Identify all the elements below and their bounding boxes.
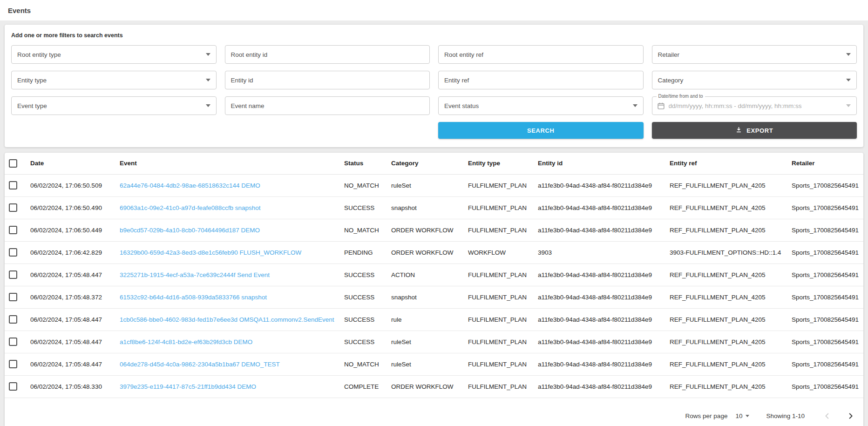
entity-ref-cell: 3903-FULFILMENT_OPTIONS::HD::1.4: [665, 241, 787, 264]
filters-grid: Root entity typeRetailerEntity typeCateg…: [11, 45, 857, 139]
table-row: 06/02/2024, 17:06:50.50962a44e76-0484-4d…: [5, 174, 863, 196]
rows-per-page-select[interactable]: 10: [735, 412, 749, 419]
date-cell: 06/02/2024, 17:05:48.447: [25, 353, 115, 375]
column-header-retailer: Retailer: [787, 153, 863, 174]
date-cell: 06/02/2024, 17:05:48.372: [25, 286, 115, 308]
entity-type-select[interactable]: Entity type: [11, 71, 217, 89]
events-table: DateEventStatusCategoryEntity typeEntity…: [5, 153, 863, 398]
entity-id-cell: a11fe3b0-94ad-4348-af84-f80211d384e9: [533, 375, 665, 398]
event-link[interactable]: 61532c92-b64d-4d16-a508-939da5833766 sna…: [115, 286, 339, 308]
entity-type-cell: FULFILMENT_PLAN: [463, 331, 533, 353]
entity-id-input[interactable]: [225, 71, 430, 89]
category-cell: ORDER WORKFLOW: [386, 219, 463, 241]
select-all-cell: [5, 153, 25, 174]
entity-type-label: Entity type: [17, 77, 47, 84]
row-checkbox[interactable]: [9, 203, 17, 212]
table-row: 06/02/2024, 17:05:48.447a1cf8be6-124f-4c…: [5, 331, 863, 353]
category-cell: ruleSet: [386, 331, 463, 353]
row-checkbox[interactable]: [9, 338, 17, 346]
entity-id-cell: a11fe3b0-94ad-4348-af84-f80211d384e9: [533, 264, 665, 286]
event-link[interactable]: 1cb0c586-bbe0-4602-983d-fed1b7e6ee3d OMS…: [115, 308, 339, 331]
event-type-label: Event type: [17, 102, 47, 109]
events-page: Events Add one or more filters to search…: [0, 0, 868, 426]
row-checkbox[interactable]: [9, 270, 17, 279]
event-status-label: Event status: [444, 102, 479, 109]
export-button-label: EXPORT: [746, 127, 773, 134]
chevron-down-icon: [846, 79, 851, 81]
table-row: 06/02/2024, 17:05:48.4473225271b-1915-4e…: [5, 264, 863, 286]
next-page-button[interactable]: [845, 410, 856, 421]
row-checkbox[interactable]: [9, 293, 17, 301]
table-row: 06/02/2024, 17:06:50.449b9e0cd57-029b-4a…: [5, 219, 863, 241]
row-checkbox[interactable]: [9, 181, 17, 189]
row-checkbox-cell: [5, 308, 25, 331]
chevron-down-icon: [206, 104, 210, 107]
category-cell: ACTION: [386, 264, 463, 286]
chevron-down-icon: [206, 53, 210, 56]
chevron-right-icon: [847, 412, 854, 419]
row-checkbox-cell: [5, 264, 25, 286]
status-cell: NO_MATCH: [339, 219, 386, 241]
status-cell: PENDING: [339, 241, 386, 264]
entity-id-cell: 3903: [533, 241, 665, 264]
event-link[interactable]: 3979e235-e119-4417-87c5-21ff1b9dd434 DEM…: [115, 375, 339, 398]
entity-type-cell: FULFILMENT_PLAN: [463, 375, 533, 398]
root-entity-ref-input[interactable]: [438, 45, 644, 64]
event-link[interactable]: 3225271b-1915-4ecf-a53a-7ce639c2444f Sen…: [115, 264, 339, 286]
entity-ref-cell: REF_FULFILLMENT_PLAN_4205: [665, 331, 787, 353]
root-entity-type-select[interactable]: Root entity type: [11, 45, 217, 64]
status-cell: SUCCESS: [339, 308, 386, 331]
row-checkbox[interactable]: [9, 248, 17, 257]
entity-ref-cell: REF_FULFILLMENT_PLAN_4205: [665, 174, 787, 196]
row-checkbox[interactable]: [9, 226, 17, 234]
status-cell: SUCCESS: [339, 264, 386, 286]
row-checkbox[interactable]: [9, 382, 17, 391]
export-button[interactable]: EXPORT: [652, 122, 857, 139]
root-entity-id-input[interactable]: [225, 45, 430, 64]
entity-id-cell: a11fe3b0-94ad-4348-af84-f80211d384e9: [533, 308, 665, 331]
event-link[interactable]: b9e0cd57-029b-4a10-8cb0-70464496d187 DEM…: [115, 219, 339, 241]
event-type-select[interactable]: Event type: [11, 96, 217, 115]
category-select[interactable]: Category: [652, 71, 857, 89]
chevron-down-icon: [746, 415, 749, 417]
entity-id-cell: a11fe3b0-94ad-4348-af84-f80211d384e9: [533, 196, 665, 219]
event-link[interactable]: 064de278-d45d-4c0a-9862-2304a5b1ba67 DEM…: [115, 353, 339, 375]
table-row: 06/02/2024, 17:05:48.447064de278-d45d-4c…: [5, 353, 863, 375]
chevron-left-icon: [824, 412, 831, 419]
search-button-label: SEARCH: [527, 127, 555, 134]
entity-ref-cell: REF_FULFILLMENT_PLAN_4205: [665, 196, 787, 219]
event-link[interactable]: 62a44e76-0484-4db2-98ae-68518632c144 DEM…: [115, 174, 339, 196]
row-checkbox-cell: [5, 219, 25, 241]
select-all-checkbox[interactable]: [9, 159, 17, 168]
date-cell: 06/02/2024, 17:05:48.447: [25, 264, 115, 286]
search-button[interactable]: SEARCH: [438, 122, 644, 139]
entity-ref-cell: REF_FULFILLMENT_PLAN_4205: [665, 308, 787, 331]
previous-page-button[interactable]: [821, 410, 833, 421]
entity-id-cell: a11fe3b0-94ad-4348-af84-f80211d384e9: [533, 219, 665, 241]
row-checkbox[interactable]: [9, 360, 17, 368]
event-name-input[interactable]: [225, 96, 430, 115]
entity-ref-input[interactable]: [438, 71, 644, 89]
date-cell: 06/02/2024, 17:05:48.447: [25, 308, 115, 331]
event-link[interactable]: 69063a1c-09e2-41c0-a97d-feafe088ccfb sna…: [115, 196, 339, 219]
entity-type-cell: WORKFLOW: [463, 241, 533, 264]
row-checkbox[interactable]: [9, 315, 17, 324]
entity-type-cell: FULFILMENT_PLAN: [463, 264, 533, 286]
chevron-down-icon: [846, 53, 851, 56]
retailer-cell: Sports_1700825645491: [787, 241, 863, 264]
retailer-select[interactable]: Retailer: [652, 45, 857, 64]
entity-id-cell: a11fe3b0-94ad-4348-af84-f80211d384e9: [533, 353, 665, 375]
entity-type-cell: FULFILMENT_PLAN: [463, 219, 533, 241]
column-header-entity-type: Entity type: [463, 153, 533, 174]
date-time-from-and-to-input[interactable]: [669, 102, 847, 109]
date-cell: 06/02/2024, 17:06:50.509: [25, 174, 115, 196]
retailer-cell: Sports_1700825645491: [787, 264, 863, 286]
events-table-panel: DateEventStatusCategoryEntity typeEntity…: [5, 153, 863, 426]
row-checkbox-cell: [5, 241, 25, 264]
event-link[interactable]: a1cf8be6-124f-4c81-bd2e-ef63b29fd3cb DEM…: [115, 331, 339, 353]
date-time-from-and-to-label: Date/time from and to: [657, 94, 705, 99]
event-status-select[interactable]: Event status: [438, 96, 644, 115]
event-link[interactable]: 16329b00-659d-42a3-8ed3-d8e1c56feb90 FLU…: [115, 241, 339, 264]
category-cell: ORDER WORKFLOW: [386, 241, 463, 264]
date-time-from-and-to-picker[interactable]: Date/time from and to: [652, 96, 857, 115]
